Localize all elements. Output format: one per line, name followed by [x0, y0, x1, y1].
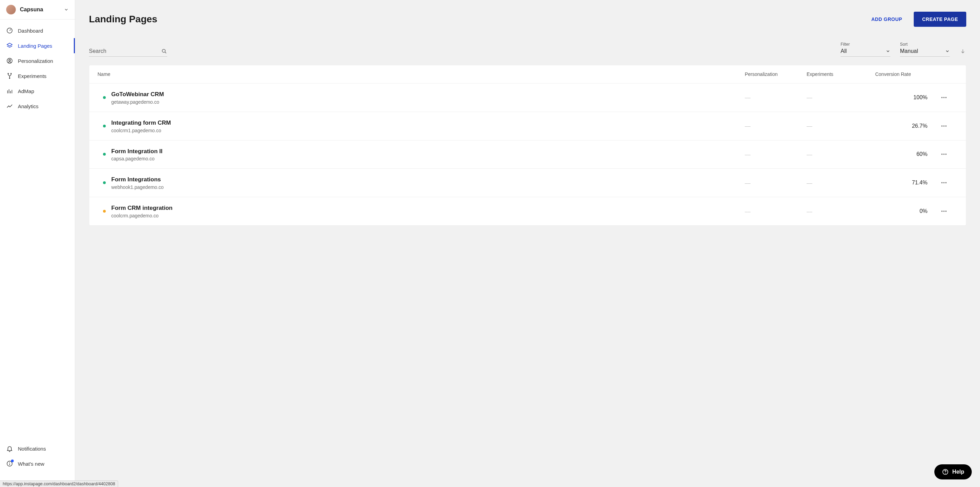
gauge-icon [6, 27, 13, 34]
cell-rate: 100% [869, 94, 930, 100]
main-content: Landing Pages ADD GROUP CREATE PAGE Filt… [75, 0, 980, 487]
page-name: Form Integrations [111, 175, 745, 184]
status-dot-icon [103, 210, 106, 213]
svg-point-30 [943, 210, 944, 212]
svg-point-5 [11, 73, 11, 74]
status-dot-icon [103, 96, 106, 99]
layers-icon [6, 42, 13, 49]
svg-point-18 [943, 97, 944, 98]
row-actions-button[interactable] [940, 151, 947, 158]
svg-point-29 [942, 210, 943, 212]
sort-select[interactable]: Manual [900, 48, 950, 57]
page-url: webhook1.pagedemo.co [111, 185, 745, 190]
sidebar-item-whats-new[interactable]: What's new [0, 456, 75, 471]
page-name: Form Integration II [111, 147, 745, 156]
cell-personalization: –– [745, 151, 807, 157]
sidebar-item-label: What's new [18, 461, 44, 467]
workspace-switcher[interactable]: Capsuna [0, 0, 75, 19]
sidebar-item-label: AdMap [18, 88, 34, 94]
sidebar-item-label: Experiments [18, 73, 46, 79]
sidebar-item-label: Dashboard [18, 28, 43, 33]
col-experiments: Experiments [807, 72, 869, 77]
help-button[interactable]: Help [934, 464, 972, 479]
sidebar-item-label: Notifications [18, 446, 46, 452]
sidebar-item-label: Personalization [18, 58, 53, 64]
svg-point-31 [945, 210, 947, 212]
status-dot-icon [103, 153, 106, 156]
sidebar-item-notifications[interactable]: Notifications [0, 441, 75, 456]
svg-point-6 [9, 78, 10, 79]
page-name: GoToWebinar CRM [111, 90, 745, 99]
sidebar-item-experiments[interactable]: Experiments [0, 68, 75, 83]
search-field[interactable] [89, 48, 167, 57]
cell-personalization: –– [745, 208, 807, 214]
row-actions-button[interactable] [940, 123, 947, 129]
cell-personalization: –– [745, 123, 807, 129]
page-title: Landing Pages [89, 14, 157, 25]
cell-rate: 71.4% [869, 180, 930, 186]
filter-label: Filter [841, 42, 890, 47]
status-bar-link: https://app.instapage.com/dashboard2/das… [0, 481, 118, 487]
sort-label: Sort [900, 42, 950, 47]
table-row[interactable]: Form Integrations webhook1.pagedemo.co –… [89, 169, 966, 197]
page-name: Integrating form CRM [111, 119, 745, 127]
cell-personalization: –– [745, 180, 807, 186]
svg-point-3 [9, 59, 11, 61]
cell-experiments: –– [807, 180, 869, 186]
user-circle-icon [6, 57, 13, 64]
bell-icon [6, 445, 13, 452]
cell-rate: 26.7% [869, 123, 930, 129]
split-icon [6, 72, 13, 80]
help-circle-icon [942, 468, 949, 475]
add-group-button[interactable]: ADD GROUP [868, 12, 905, 26]
svg-point-28 [945, 182, 947, 183]
workspace-name: Capsuna [20, 6, 60, 13]
svg-point-24 [943, 154, 944, 155]
page-url: coolcrm.pagedemo.co [111, 213, 745, 218]
cell-experiments: –– [807, 208, 869, 214]
create-page-button[interactable]: CREATE PAGE [914, 12, 966, 27]
svg-point-20 [942, 125, 943, 126]
row-actions-button[interactable] [940, 179, 947, 186]
status-dot-icon [103, 181, 106, 184]
svg-point-14 [162, 49, 165, 52]
col-rate: Conversion Rate [869, 72, 930, 77]
svg-point-22 [945, 125, 947, 126]
sidebar-item-label: Analytics [18, 103, 38, 109]
help-label: Help [952, 469, 964, 475]
filter-select[interactable]: All [841, 48, 890, 57]
cell-experiments: –– [807, 94, 869, 100]
sidebar-item-label: Landing Pages [18, 43, 52, 49]
chevron-down-icon [945, 49, 950, 54]
row-actions-button[interactable] [940, 94, 947, 101]
sidebar-item-analytics[interactable]: Analytics [0, 99, 75, 114]
cell-personalization: –– [745, 94, 807, 100]
search-input[interactable] [89, 48, 161, 54]
avatar [6, 5, 16, 14]
search-icon [161, 48, 167, 54]
cell-rate: 0% [869, 208, 930, 214]
sort-direction-button[interactable] [959, 48, 966, 55]
filter-value: All [841, 48, 847, 54]
col-personalization: Personalization [745, 72, 807, 77]
page-name: Form CRM integration [111, 204, 745, 212]
chevron-down-icon [886, 49, 890, 54]
table-row[interactable]: Form CRM integration coolcrm.pagedemo.co… [89, 197, 966, 225]
sidebar-item-landing-pages[interactable]: Landing Pages [0, 38, 75, 53]
sidebar-bottom: Notifications What's new [0, 441, 75, 487]
svg-point-27 [943, 182, 944, 183]
chevron-down-icon [64, 7, 69, 12]
row-actions-button[interactable] [940, 208, 947, 215]
table-row[interactable]: Form Integration II capsa.pagedemo.co ––… [89, 140, 966, 169]
table-row[interactable]: GoToWebinar CRM getaway.pagedemo.co –– –… [89, 83, 966, 112]
sidebar-item-dashboard[interactable]: Dashboard [0, 23, 75, 38]
svg-marker-1 [7, 43, 12, 46]
table-row[interactable]: Integrating form CRM coolcrm1.pagedemo.c… [89, 112, 966, 140]
pages-table: Name Personalization Experiments Convers… [89, 65, 966, 226]
trend-icon [6, 103, 13, 110]
sidebar-item-admap[interactable]: AdMap [0, 83, 75, 99]
svg-point-19 [945, 97, 947, 98]
svg-point-23 [942, 154, 943, 155]
sidebar-item-personalization[interactable]: Personalization [0, 53, 75, 68]
info-circle-icon [6, 460, 13, 467]
